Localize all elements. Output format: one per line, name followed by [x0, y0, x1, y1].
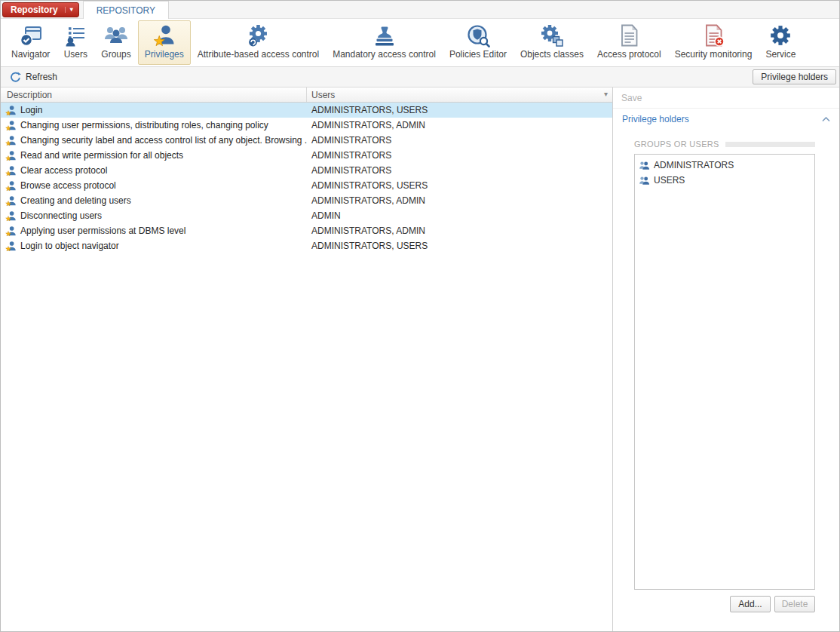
- dropdown-arrow-icon: ▾: [65, 7, 73, 13]
- privilege-users: ADMIN: [307, 210, 612, 221]
- privilege-users: ADMINISTRATORS, ADMIN: [307, 195, 612, 206]
- holder-item[interactable]: ADMINISTRATORS: [636, 158, 814, 173]
- column-header-description[interactable]: Description: [1, 87, 307, 102]
- privilege-star-user-icon: [5, 241, 17, 252]
- ribbon-item-privileges[interactable]: Privileges: [138, 20, 191, 65]
- action-bar: Refresh Privilege holders: [1, 67, 839, 87]
- privilege-row[interactable]: Login to object navigator ADMINISTRATORS…: [1, 238, 612, 253]
- group-header-rule: [725, 142, 815, 147]
- holder-item[interactable]: USERS: [636, 173, 814, 188]
- ribbon-item-label: Objects classes: [520, 49, 584, 60]
- chevron-up-icon: [822, 117, 830, 122]
- main-area: Description Users ▾ Login ADMINISTRATORS…: [1, 87, 839, 631]
- privilege-star-user-icon: [5, 180, 17, 192]
- chevron-down-icon[interactable]: ▾: [604, 90, 608, 98]
- privilege-users: ADMINISTRATORS, ADMIN: [307, 225, 612, 236]
- navigator-icon: [19, 23, 43, 48]
- privilege-users: ADMINISTRATORS, ADMIN: [307, 120, 612, 130]
- ribbon-item-security-monitoring[interactable]: Security monitoring: [668, 20, 759, 65]
- ribbon-item-label: Mandatory access control: [333, 49, 436, 60]
- repository-menu-button[interactable]: Repository ▾: [2, 2, 79, 17]
- privilege-users: ADMINISTRATORS, USERS: [307, 105, 612, 115]
- attribute-access-gear-icon: [246, 23, 270, 48]
- refresh-button[interactable]: Refresh: [4, 69, 63, 85]
- ribbon-item-label: Users: [64, 49, 87, 60]
- privilege-row[interactable]: Changing security label and access contr…: [1, 133, 612, 148]
- ribbon-item-users[interactable]: Users: [57, 20, 94, 65]
- ribbon-item-label: Access protocol: [597, 49, 661, 60]
- privilege-description: Read and write permission for all object…: [20, 150, 183, 161]
- add-button[interactable]: Add...: [730, 596, 771, 612]
- privilege-row[interactable]: Clear access protocol ADMINISTRATORS: [1, 163, 612, 178]
- users-icon: [63, 23, 87, 48]
- groups-icon: [104, 23, 128, 48]
- privilege-users: ADMINISTRATORS: [307, 150, 612, 161]
- privilege-row[interactable]: Creating and deleting users ADMINISTRATO…: [1, 193, 612, 208]
- privilege-description: Changing security label and access contr…: [20, 135, 307, 146]
- privilege-holders-section-header[interactable]: Privilege holders: [613, 109, 839, 130]
- refresh-icon: [10, 72, 21, 83]
- holder-name: USERS: [654, 175, 685, 186]
- privilege-description: Login: [20, 105, 42, 115]
- holders-listbox: ADMINISTRATORS USERS: [634, 154, 815, 590]
- delete-button[interactable]: Delete: [774, 596, 815, 612]
- ribbon-item-mandatory-access-control[interactable]: Mandatory access control: [326, 20, 443, 65]
- grid-rows: Login ADMINISTRATORS, USERS Changing use…: [1, 103, 612, 631]
- privilege-description: Login to object navigator: [20, 241, 119, 251]
- ribbon-item-policies-editor[interactable]: Policies Editor: [443, 20, 514, 65]
- privilege-row[interactable]: Changing user permissions, distributing …: [1, 118, 612, 133]
- ribbon: Navigator Users Groups: [1, 19, 839, 67]
- grid-header: Description Users ▾: [1, 87, 612, 103]
- privilege-row[interactable]: Disconnecting users ADMIN: [1, 208, 612, 223]
- panel-body: GROUPS OR USERS ADMINISTRATORS USERS Add…: [613, 130, 839, 631]
- privileges-grid: Description Users ▾ Login ADMINISTRATORS…: [1, 87, 613, 631]
- privilege-star-user-icon: [5, 210, 17, 222]
- privilege-users: ADMINISTRATORS, USERS: [307, 180, 612, 191]
- holder-name: ADMINISTRATORS: [654, 160, 734, 170]
- security-monitoring-document-icon: [701, 23, 725, 48]
- privilege-row[interactable]: Login ADMINISTRATORS, USERS: [1, 103, 612, 118]
- application-window: Repository ▾ REPOSITORY Navigator Users: [0, 0, 840, 632]
- refresh-label: Refresh: [26, 72, 57, 82]
- ribbon-item-label: Policies Editor: [449, 49, 507, 60]
- repository-menu-label: Repository: [11, 5, 65, 15]
- save-button[interactable]: Save: [613, 87, 839, 109]
- column-header-users[interactable]: Users: [307, 87, 612, 102]
- privilege-star-user-icon: [5, 195, 17, 207]
- objects-classes-gear-icon: [540, 23, 564, 48]
- privilege-row[interactable]: Read and write permission for all object…: [1, 148, 612, 163]
- privilege-description: Disconnecting users: [20, 210, 102, 221]
- privilege-users: ADMINISTRATORS: [307, 165, 612, 176]
- privilege-users: ADMINISTRATORS: [307, 135, 612, 146]
- privilege-star-user-icon: [5, 135, 17, 146]
- tab-strip: Repository ▾ REPOSITORY: [1, 1, 839, 19]
- ribbon-item-groups[interactable]: Groups: [94, 20, 137, 65]
- privilege-description: Browse access protocol: [20, 180, 116, 191]
- ribbon-item-access-protocol[interactable]: Access protocol: [590, 20, 668, 65]
- panel-buttons: Add... Delete: [634, 596, 815, 612]
- policies-shield-icon: [466, 23, 490, 48]
- section-title: Privilege holders: [622, 114, 689, 124]
- ribbon-item-label: Attribute-based access control: [198, 49, 319, 60]
- group-icon: [639, 175, 650, 186]
- privilege-description: Applying user permissions at DBMS level: [20, 225, 185, 236]
- group-icon: [639, 160, 650, 171]
- ribbon-item-navigator[interactable]: Navigator: [5, 20, 57, 65]
- privilege-holders-panel-button[interactable]: Privilege holders: [753, 69, 836, 84]
- privilege-star-user-icon: [5, 150, 17, 161]
- ribbon-item-label: Service: [765, 49, 796, 60]
- privilege-row[interactable]: Browse access protocol ADMINISTRATORS, U…: [1, 178, 612, 193]
- ribbon-item-objects-classes[interactable]: Objects classes: [514, 20, 590, 65]
- groups-or-users-label: GROUPS OR USERS: [634, 140, 719, 149]
- privilege-holders-panel: Save Privilege holders GROUPS OR USERS A…: [613, 87, 839, 631]
- service-gear-icon: [768, 23, 792, 48]
- privilege-star-user-icon: [5, 165, 17, 176]
- ribbon-item-attribute-based-access-control[interactable]: Attribute-based access control: [191, 20, 326, 65]
- access-protocol-document-icon: [617, 23, 641, 48]
- tab-repository[interactable]: REPOSITORY: [83, 1, 169, 19]
- privilege-row[interactable]: Applying user permissions at DBMS level …: [1, 223, 612, 238]
- ribbon-item-label: Privileges: [145, 49, 184, 60]
- privilege-description: Changing user permissions, distributing …: [20, 120, 268, 130]
- groups-or-users-header: GROUPS OR USERS: [634, 140, 815, 149]
- ribbon-item-service[interactable]: Service: [759, 20, 802, 65]
